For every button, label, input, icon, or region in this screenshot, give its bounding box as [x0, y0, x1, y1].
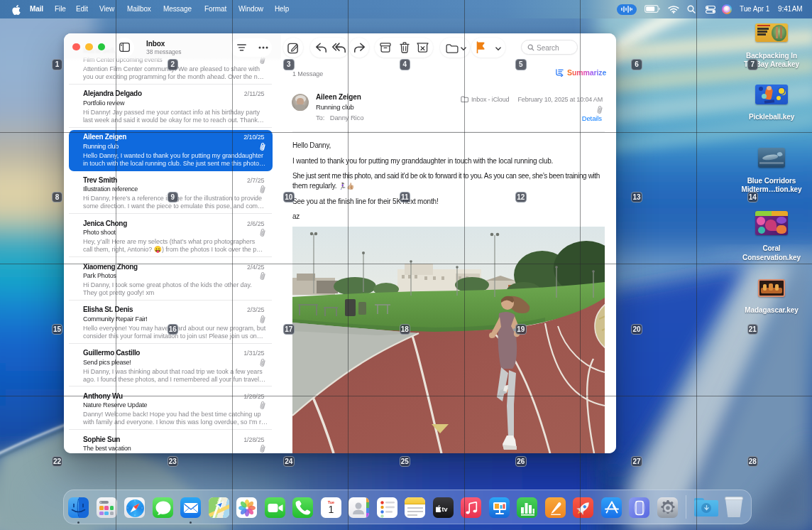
svg-text:tv: tv — [441, 505, 447, 512]
